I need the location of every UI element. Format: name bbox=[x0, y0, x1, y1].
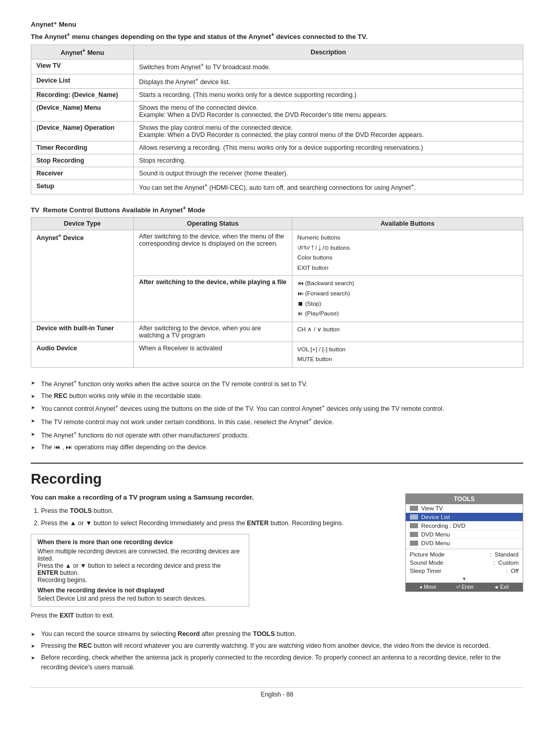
bullet-item: You can record the source streams by sel… bbox=[31, 629, 523, 639]
devicetype-audio: Audio Device bbox=[31, 342, 134, 367]
buttons-playback: ⏮ (Backward search) ⏭ (Forward search) ⏹… bbox=[292, 276, 523, 322]
tools-footer: ♦ Move ⏎ Enter ◄ Exit bbox=[406, 583, 523, 591]
device-table: Device Type Operating Status Available B… bbox=[31, 217, 523, 367]
menu-item-devicemenu: (Device_Name) Menu bbox=[31, 101, 134, 121]
recording-title: Recording bbox=[31, 463, 523, 487]
devicetype-tuner: Device with built-in Tuner bbox=[31, 322, 134, 342]
tools-arrow-indicator: ▼ bbox=[406, 575, 523, 583]
desc-devicelist: Displays the Anynet+ device list. bbox=[134, 74, 523, 88]
footer-text: English - 88 bbox=[261, 691, 293, 698]
info-title-1: When there is more than one recording de… bbox=[37, 539, 243, 546]
status-playing-file: After switching to the device, while pla… bbox=[134, 276, 292, 322]
desc-recording: Starts a recording. (This menu works onl… bbox=[134, 88, 523, 101]
menu-item-setup: Setup bbox=[31, 180, 134, 194]
tools-setting-sleep-label: Sleep Timer bbox=[410, 568, 441, 574]
page-footer: English - 88 bbox=[31, 687, 523, 698]
table-row: Receiver Sound is output through the rec… bbox=[31, 167, 523, 180]
remote-control-section: TV Remote Control Buttons Available in A… bbox=[31, 205, 523, 368]
anynet-menu-table: Anynet+ Menu Description View TV Switche… bbox=[31, 45, 523, 194]
tools-setting-sound-label: Sound Mode bbox=[410, 560, 443, 566]
recording-steps: Press the TOOLS button. Press the ▲ or ▼… bbox=[41, 506, 395, 528]
table-row: Device with built-in Tuner After switchi… bbox=[31, 322, 523, 342]
bullet-item: The TV remote control may not work under… bbox=[31, 416, 523, 427]
info-box: When there is more than one recording de… bbox=[31, 534, 249, 607]
buttons-menu: Numeric buttons ↺/↻/⭡/⭣/⊙ buttons Color … bbox=[292, 230, 523, 276]
tools-panel: TOOLS View TV Device List Recording : DV… bbox=[405, 493, 523, 592]
buttons-ch: CH ∧ / ∨ button bbox=[292, 322, 523, 342]
tools-setting-picture-value: : Standard bbox=[490, 551, 519, 558]
table-row: Audio Device When a Receiver is activate… bbox=[31, 342, 523, 367]
col-header-avail: Available Buttons bbox=[292, 217, 523, 230]
tools-icon-recording bbox=[410, 523, 418, 528]
menu-item-deviceop: (Device_Name) Operation bbox=[31, 121, 134, 141]
anynet-intro: The Anynet+ menu changes depending on th… bbox=[31, 31, 523, 41]
tools-footer-move: ♦ Move bbox=[420, 584, 436, 590]
menu-item-receiver: Receiver bbox=[31, 167, 134, 180]
tools-item-dvdmenu1: DVD Menu bbox=[406, 530, 523, 539]
bullet-item: The REC button works only while in the r… bbox=[31, 391, 523, 401]
tools-panel-header: TOOLS bbox=[406, 494, 523, 504]
tools-icon-dvdmenu1 bbox=[410, 532, 418, 537]
anynet-menu-title: Anynet⁺ Menu bbox=[31, 21, 523, 28]
tools-setting-sleep-value: : Off bbox=[506, 568, 519, 574]
table-row: Recording: (Device_Name) Starts a record… bbox=[31, 88, 523, 101]
table-row: (Device_Name) Operation Shows the play c… bbox=[31, 121, 523, 141]
table-row: Timer Recording Allows reserving a recor… bbox=[31, 141, 523, 154]
anynet-bullets: The Anynet+ function only works when the… bbox=[31, 378, 523, 452]
exit-note: Press the EXIT button to exit. bbox=[31, 612, 395, 619]
bullet-item: The ⏮ , ⏭ operations may differ dependin… bbox=[31, 443, 523, 452]
anynet-menu-section: Anynet⁺ Menu The Anynet+ menu changes de… bbox=[31, 21, 523, 194]
menu-item-recording: Recording: (Device_Name) bbox=[31, 88, 134, 101]
tools-icon-devicelist bbox=[410, 514, 418, 520]
bullet-item: The Anynet+ function only works when the… bbox=[31, 378, 523, 389]
table-row: Device List Displays the Anynet+ device … bbox=[31, 74, 523, 88]
step-2: Press the ▲ or ▼ button to select Record… bbox=[41, 519, 395, 528]
col-header-menu: Anynet+ Menu bbox=[31, 45, 134, 59]
menu-item-stoprec: Stop Recording bbox=[31, 154, 134, 167]
table-row: (Device_Name) Menu Shows the menu of the… bbox=[31, 101, 523, 121]
status-receiver-active: When a Receiver is activated bbox=[134, 342, 292, 367]
tools-setting-picture: Picture Mode : Standard bbox=[406, 550, 523, 559]
tools-setting-sleep: Sleep Timer : Off bbox=[406, 567, 523, 575]
desc-viewtv: Switches from Anynet+ to TV broadcast mo… bbox=[134, 59, 523, 74]
tools-label-dvdmenu1: DVD Menu bbox=[421, 531, 450, 538]
table-row: Anynet+ Device After switching to the de… bbox=[31, 230, 523, 276]
table-row: Stop Recording Stops recording. bbox=[31, 154, 523, 167]
tools-setting-picture-label: Picture Mode bbox=[410, 551, 445, 558]
table-row: Setup You can set the Anynet+ (HDMI-CEC)… bbox=[31, 180, 523, 194]
desc-devicemenu: Shows the menu of the connected device.E… bbox=[134, 101, 523, 121]
tools-label-viewtv: View TV bbox=[421, 505, 443, 511]
step-1: Press the TOOLS button. bbox=[41, 506, 395, 516]
bullet-item: You cannot control Anynet+ devices using… bbox=[31, 403, 523, 414]
menu-item-viewtv: View TV bbox=[31, 59, 134, 74]
bullet-item: Pressing the REC button will record what… bbox=[31, 641, 523, 651]
tools-footer-exit: ◄ Exit bbox=[493, 584, 508, 590]
devicetype-anynet: Anynet+ Device bbox=[31, 230, 134, 322]
recording-left-col: You can make a recording of a TV program… bbox=[31, 493, 395, 625]
info-title-2: When the recording device is not display… bbox=[37, 587, 243, 594]
buttons-vol: VOL [+] / [-] buttonMUTE button bbox=[292, 342, 523, 367]
status-watching-tv: After switching to the device, when you … bbox=[134, 322, 292, 342]
bullet-item: The Anynet+ functions do not operate wit… bbox=[31, 429, 523, 441]
tools-icon-viewtv bbox=[410, 506, 418, 511]
menu-item-devicelist: Device List bbox=[31, 74, 134, 88]
tools-label-dvdmenu2: DVD Menu bbox=[421, 540, 450, 546]
tools-item-recording: Recording : DVD bbox=[406, 522, 523, 530]
tools-footer-enter: ⏎ Enter bbox=[456, 584, 474, 590]
info-text-2: Select Device List and press the red but… bbox=[37, 595, 243, 602]
recording-layout: You can make a recording of a TV program… bbox=[31, 493, 523, 625]
menu-item-timerrec: Timer Recording bbox=[31, 141, 134, 154]
table-row: View TV Switches from Anynet+ to TV broa… bbox=[31, 59, 523, 74]
status-menu-displayed: After switching to the device, when the … bbox=[134, 230, 292, 276]
tools-item-devicelist: Device List bbox=[406, 513, 523, 522]
desc-receiver: Sound is output through the receiver (ho… bbox=[134, 167, 523, 180]
desc-setup: You can set the Anynet+ (HDMI-CEC), auto… bbox=[134, 180, 523, 194]
tools-item-viewtv: View TV bbox=[406, 504, 523, 513]
tools-item-dvdmenu2: DVD Menu bbox=[406, 539, 523, 548]
tools-icon-dvdmenu2 bbox=[410, 541, 418, 546]
info-text-1: When multiple recording devices are conn… bbox=[37, 548, 243, 584]
recording-section: Recording You can make a recording of a … bbox=[31, 463, 523, 672]
remote-control-title: TV Remote Control Buttons Available in A… bbox=[31, 205, 523, 214]
desc-timerrec: Allows reserving a recording. (This menu… bbox=[134, 141, 523, 154]
recording-bullets: You can record the source streams by sel… bbox=[31, 629, 523, 672]
